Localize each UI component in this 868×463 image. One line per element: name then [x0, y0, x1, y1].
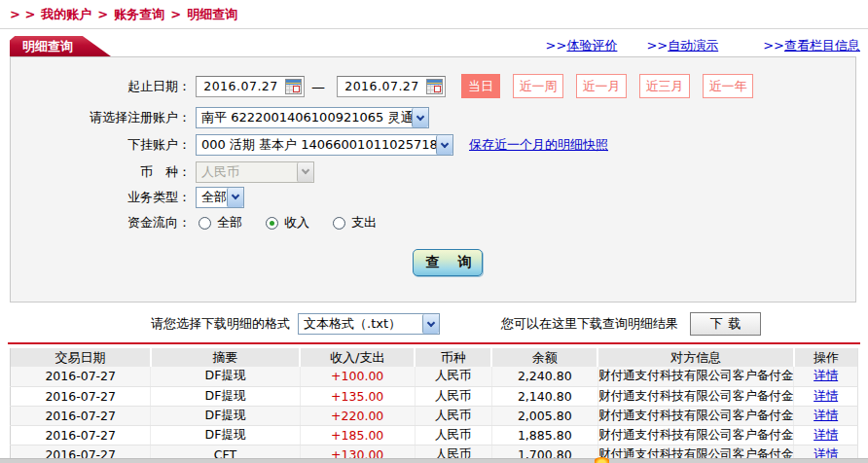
cell-counterparty: 财付通支付科技有限公司客户备付金 — [597, 386, 793, 406]
business-type-select[interactable]: 全部 — [196, 187, 244, 208]
fund-flow-radio-group: 全部 收入 支出 — [199, 214, 400, 232]
cell-balance: 1,885.80 — [491, 425, 597, 445]
detail-link[interactable]: 详情 — [814, 408, 838, 422]
cell-amount: +100.00 — [300, 367, 415, 386]
page-bottom-edge — [0, 458, 868, 463]
date-range-label: 起止日期： — [11, 78, 191, 95]
fund-flow-label: 资金流向： — [11, 214, 191, 232]
col-counterparty: 对方信息 — [597, 348, 793, 367]
breadcrumb-separator: > — [170, 7, 181, 21]
breadcrumb: > > 我的账户 > 账务查询 > 明细查询 — [0, 0, 868, 29]
download-row: 请您选择下载明细的格式 文本格式（.txt） 您可以在这里下载查询明细结果 下载 — [0, 310, 868, 338]
radio-flow-income[interactable]: 收入 — [266, 214, 309, 232]
quick-range-quarter-button[interactable]: 近三月 — [639, 74, 690, 98]
cell-date: 2016-07-27 — [11, 386, 151, 406]
quick-range-today-button[interactable]: 当日 — [461, 74, 500, 98]
transactions-table: 交易日期 摘要 收入/支出 币种 余额 对方信息 操作 2016-07-27 D… — [10, 348, 858, 463]
link-view-column-info[interactable]: >>查看栏目信息 — [763, 37, 860, 54]
cell-currency: 人民币 — [415, 425, 491, 445]
quick-range-week-button[interactable]: 近一周 — [513, 74, 563, 98]
flame-icon — [595, 457, 609, 463]
cell-summary: DF提现 — [151, 425, 300, 445]
col-currency: 币种 — [415, 348, 491, 367]
chevron-down-icon[interactable] — [412, 108, 428, 127]
detail-link[interactable]: 详情 — [814, 427, 838, 442]
registered-account-select[interactable]: 南平 6222001406100921065 灵通卡 — [196, 107, 429, 128]
quick-range-month-button[interactable]: 近一月 — [576, 74, 627, 98]
cell-date: 2016-07-27 — [11, 367, 151, 386]
currency-select: 人民币 — [196, 161, 314, 183]
link-prefix: >> — [546, 38, 567, 53]
calendar-icon[interactable] — [426, 79, 443, 94]
date-range-row: 起止日期： 2016.07.27 — 2016.07.27 当日 近一周 近一月… — [11, 73, 855, 99]
business-type-label: 业务类型： — [11, 189, 191, 206]
breadcrumb-separator: > — [97, 7, 108, 21]
header-links: >>体验评价 >>自动演示 >>查看栏目信息 — [517, 37, 860, 54]
cell-currency: 人民币 — [415, 406, 491, 425]
calendar-icon[interactable] — [285, 79, 302, 94]
cell-amount: +135.00 — [300, 386, 415, 406]
breadcrumb-item-detail-query[interactable]: 明细查询 — [187, 6, 237, 23]
tab-bar: 明细查询 >>体验评价 >>自动演示 >>查看栏目信息 — [0, 29, 868, 56]
cell-counterparty: 财付通支付科技有限公司客户备付金 — [597, 425, 793, 445]
download-button[interactable]: 下载 — [690, 312, 761, 336]
col-amount: 收入/支出 — [300, 348, 415, 367]
link-auto-demo[interactable]: >>自动演示 — [646, 37, 718, 54]
quick-range-year-button[interactable]: 近一年 — [703, 74, 753, 98]
cell-currency: 人民币 — [415, 386, 491, 406]
detail-link[interactable]: 详情 — [814, 368, 838, 382]
cell-amount: +185.00 — [300, 425, 415, 445]
fund-flow-row: 资金流向： 全部 收入 支出 — [11, 211, 855, 234]
download-hint: 您可以在这里下载查询明细结果 — [501, 315, 678, 333]
start-date-input[interactable]: 2016.07.27 — [196, 76, 305, 97]
table-row: 2016-07-27 DF提现 +185.00 人民币 1,885.80 财付通… — [11, 425, 858, 445]
tab-detail-query[interactable]: 明细查询 — [10, 36, 111, 56]
col-date: 交易日期 — [11, 348, 151, 367]
cell-date: 2016-07-27 — [11, 425, 151, 445]
cell-summary: DF提现 — [151, 386, 300, 406]
query-form-panel: 起止日期： 2016.07.27 — 2016.07.27 当日 近一周 近一月… — [10, 56, 856, 303]
chevron-down-icon[interactable] — [422, 314, 439, 334]
cell-summary: DF提现 — [151, 367, 300, 386]
currency-label: 币 种： — [11, 163, 191, 181]
cell-balance: 2,240.80 — [491, 367, 597, 386]
registered-account-row: 请选择注册账户： 南平 6222001406100921065 灵通卡 — [11, 106, 855, 129]
date-separator: — — [311, 79, 325, 94]
section-divider — [8, 342, 860, 344]
cell-summary: DF提现 — [151, 406, 300, 425]
table-row: 2016-07-27 DF提现 +135.00 人民币 2,140.80 财付通… — [11, 386, 858, 406]
table-row: 2016-07-27 DF提现 +100.00 人民币 2,240.80 财付通… — [11, 367, 858, 386]
radio-icon[interactable] — [199, 217, 211, 230]
col-summary: 摘要 — [151, 348, 300, 367]
link-experience-review[interactable]: >>体验评价 — [546, 37, 618, 54]
download-format-select[interactable]: 文本格式（.txt） — [298, 313, 440, 335]
table-header-row: 交易日期 摘要 收入/支出 币种 余额 对方信息 操作 — [11, 348, 858, 367]
end-date-input[interactable]: 2016.07.27 — [337, 76, 446, 97]
chevron-down-icon[interactable] — [227, 188, 243, 207]
registered-account-label: 请选择注册账户： — [11, 109, 191, 126]
cell-counterparty: 财付通支付科技有限公司客户备付金 — [597, 367, 793, 386]
radio-flow-all[interactable]: 全部 — [199, 214, 242, 232]
cell-currency: 人民币 — [415, 367, 491, 386]
breadcrumb-item-my-account[interactable]: 我的账户 — [41, 6, 91, 23]
detail-link[interactable]: 详情 — [814, 388, 838, 403]
chevron-down-icon[interactable] — [436, 135, 452, 155]
sub-account-select[interactable]: 000 活期 基本户 1406600101102571848 — [196, 134, 453, 156]
breadcrumb-prefix: > > — [10, 7, 35, 21]
chevron-down-icon — [297, 162, 313, 182]
col-action: 操作 — [794, 348, 858, 367]
save-snapshot-link[interactable]: 保存近一个月的明细快照 — [469, 136, 608, 154]
radio-icon[interactable] — [333, 217, 345, 230]
cell-date: 2016-07-27 — [11, 406, 151, 425]
col-balance: 余额 — [491, 348, 597, 367]
sub-account-row: 下挂账户： 000 活期 基本户 1406600101102571848 保存近… — [11, 133, 855, 157]
query-button[interactable]: 查 询 — [413, 249, 483, 276]
currency-row: 币 种： 人民币 — [11, 160, 855, 183]
link-prefix: >> — [763, 38, 784, 53]
radio-checked-icon[interactable] — [266, 217, 278, 230]
breadcrumb-item-account-query[interactable]: 账务查询 — [114, 6, 164, 23]
radio-flow-expense[interactable]: 支出 — [333, 214, 377, 232]
cell-counterparty: 财付通支付科技有限公司客户备付金 — [597, 406, 793, 425]
business-type-row: 业务类型： 全部 — [11, 186, 855, 208]
cell-amount: +220.00 — [300, 406, 415, 425]
